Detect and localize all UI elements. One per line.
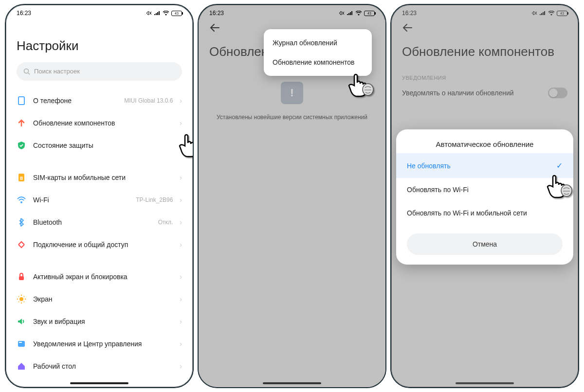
sheet-option-no-update[interactable]: Не обновлять ✓ bbox=[396, 153, 573, 178]
search-input[interactable]: Поиск настроек bbox=[17, 62, 182, 81]
chevron-right-icon: › bbox=[180, 196, 182, 204]
phone-icon bbox=[17, 96, 26, 106]
svg-rect-15 bbox=[18, 341, 25, 347]
menu-item-component-update[interactable]: Обновление компонентов bbox=[264, 53, 372, 72]
alert-icon: ! bbox=[281, 82, 303, 104]
svg-rect-2 bbox=[18, 97, 24, 105]
settings-row-shield[interactable]: Состояние защиты› bbox=[17, 134, 182, 157]
notif-icon bbox=[17, 339, 26, 349]
chevron-right-icon: › bbox=[180, 340, 182, 348]
row-label: Экран bbox=[33, 295, 173, 303]
page-title: Настройки bbox=[17, 19, 182, 62]
status-icons: 43 bbox=[146, 11, 182, 16]
home-indicator[interactable] bbox=[263, 382, 321, 384]
settings-row-share[interactable]: Подключение и общий доступ› bbox=[17, 233, 182, 256]
screen-body: Настройки Поиск настроек О телефонеMIUI … bbox=[6, 19, 193, 387]
status-time: 16:23 bbox=[209, 10, 224, 17]
back-button[interactable] bbox=[209, 19, 220, 32]
row-label: Wi-Fi bbox=[33, 196, 129, 204]
chevron-right-icon: › bbox=[180, 362, 182, 370]
cancel-button[interactable]: Отмена bbox=[407, 233, 563, 255]
sheet-option-wifi-mobile[interactable]: Обновлять по Wi-Fi и мобильной сети bbox=[396, 201, 573, 225]
settings-row-bt[interactable]: BluetoothОткл.› bbox=[17, 211, 182, 233]
divider bbox=[17, 157, 182, 166]
svg-line-1 bbox=[28, 73, 30, 74]
chevron-right-icon: › bbox=[180, 119, 182, 127]
home-indicator[interactable] bbox=[70, 382, 128, 384]
row-label: Подключение и общий доступ bbox=[33, 241, 173, 249]
sun-icon bbox=[17, 294, 26, 304]
sheet-option-label: Обновлять по Wi-Fi и мобильной сети bbox=[407, 209, 527, 217]
chevron-right-icon: › bbox=[180, 174, 182, 181]
svg-line-14 bbox=[18, 302, 19, 302]
up-icon bbox=[17, 118, 26, 128]
status-time: 16:23 bbox=[17, 10, 31, 17]
svg-line-12 bbox=[24, 302, 24, 302]
row-label: Звук и вибрация bbox=[33, 318, 173, 325]
chevron-right-icon: › bbox=[180, 218, 182, 226]
shield-icon bbox=[17, 141, 26, 150]
chevron-right-icon: › bbox=[180, 318, 182, 325]
settings-row-lock[interactable]: Активный экран и блокировка› bbox=[17, 266, 182, 288]
mute-icon bbox=[339, 11, 345, 16]
sheet-title: Автоматическое обновление bbox=[396, 133, 573, 153]
chevron-right-icon: › bbox=[180, 241, 182, 249]
settings-row-notif[interactable]: Уведомления и Центр управления› bbox=[17, 333, 182, 355]
row-value: TP-Link_2B96 bbox=[136, 196, 173, 203]
svg-rect-16 bbox=[19, 342, 22, 343]
svg-line-13 bbox=[24, 296, 24, 297]
battery-icon: 43 bbox=[364, 11, 375, 16]
row-label: Обновление компонентов bbox=[33, 119, 173, 127]
settings-row-sound[interactable]: Звук и вибрация› bbox=[17, 310, 182, 333]
wifi-icon bbox=[355, 11, 362, 16]
overflow-menu: Журнал обновлений Обновление компонентов bbox=[264, 29, 372, 76]
sound-icon bbox=[17, 317, 26, 326]
signal-icon bbox=[347, 11, 353, 16]
row-label: Bluetooth bbox=[33, 218, 151, 226]
wifi-icon bbox=[17, 195, 26, 205]
check-icon: ✓ bbox=[556, 161, 563, 170]
search-placeholder: Поиск настроек bbox=[34, 68, 80, 75]
row-value: Откл. bbox=[158, 219, 173, 226]
svg-point-17 bbox=[193, 144, 194, 156]
bt-icon bbox=[17, 217, 26, 227]
chevron-right-icon: › bbox=[180, 273, 182, 281]
sheet-option-wifi[interactable]: Обновлять по Wi-Fi bbox=[396, 178, 573, 201]
row-label: Уведомления и Центр управления bbox=[33, 340, 173, 348]
settings-row-phone[interactable]: О телефонеMIUI Global 13.0.6› bbox=[17, 89, 182, 112]
menu-item-changelog[interactable]: Журнал обновлений bbox=[264, 33, 372, 53]
battery-icon: 43 bbox=[171, 11, 182, 16]
lock-icon bbox=[17, 272, 26, 282]
status-bar: 16:23 43 bbox=[199, 5, 385, 19]
svg-point-0 bbox=[24, 69, 29, 73]
status-message: Установлены новейшие версии системных пр… bbox=[209, 114, 375, 121]
settings-row-sim[interactable]: SIM-карты и мобильные сети› bbox=[17, 166, 182, 189]
action-sheet: Автоматическое обновление Не обновлять ✓… bbox=[396, 129, 573, 265]
phone-2-update-menu: 16:23 43 Обновлен ! Установлены новейшие… bbox=[198, 4, 386, 388]
settings-row-home[interactable]: Рабочий стол› bbox=[17, 355, 182, 377]
svg-line-11 bbox=[18, 296, 19, 297]
svg-rect-5 bbox=[19, 276, 24, 280]
row-label: Рабочий стол bbox=[33, 362, 173, 370]
home-icon bbox=[17, 361, 26, 371]
row-value: MIUI Global 13.0.6 bbox=[124, 97, 173, 104]
phone-1-settings: 16:23 43 Настройки Поиск настроек О теле… bbox=[5, 4, 194, 388]
row-label: Состояние защиты bbox=[33, 142, 173, 149]
settings-row-sun[interactable]: Экран› bbox=[17, 288, 182, 310]
status-icons: 43 bbox=[339, 11, 375, 16]
share-icon bbox=[17, 240, 26, 249]
status-bar: 16:23 43 bbox=[6, 5, 193, 19]
svg-point-6 bbox=[19, 297, 23, 301]
chevron-right-icon: › bbox=[180, 142, 182, 149]
chevron-right-icon: › bbox=[180, 97, 182, 105]
signal-icon bbox=[154, 11, 161, 16]
mute-icon bbox=[146, 11, 152, 16]
phone-3-component-update: 16:23 43 Обновление компонентов УВЕДОМЛЕ… bbox=[390, 4, 579, 388]
row-label: О телефоне bbox=[33, 97, 117, 105]
sheet-option-label: Не обновлять bbox=[407, 162, 451, 170]
svg-rect-4 bbox=[20, 177, 23, 180]
settings-row-wifi[interactable]: Wi-FiTP-Link_2B96› bbox=[17, 189, 182, 211]
search-icon bbox=[23, 68, 30, 75]
sheet-option-label: Обновлять по Wi-Fi bbox=[407, 186, 469, 194]
settings-row-up[interactable]: Обновление компонентов› bbox=[17, 112, 182, 134]
